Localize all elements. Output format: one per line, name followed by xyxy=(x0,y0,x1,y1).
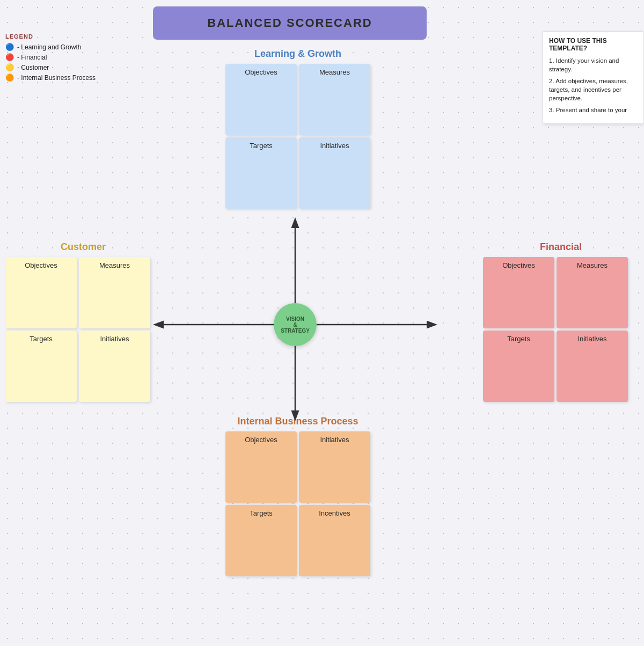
financial-objectives[interactable]: Objectives xyxy=(483,257,554,328)
legend-label-internal: - Internal Business Process xyxy=(17,74,96,82)
legend-label-customer: - Customer xyxy=(17,64,49,71)
section-internal: Internal Business Process Objectives Ini… xyxy=(225,416,370,576)
yellow-circle-icon: 🟡 xyxy=(5,63,14,71)
blue-circle-icon: 🔵 xyxy=(5,43,14,51)
legend-item-internal: 🟠 - Internal Business Process xyxy=(5,74,96,82)
customer-objectives-label: Objectives xyxy=(25,261,57,269)
vision-label: VISION&STRATEGY xyxy=(281,316,310,334)
learning-initiatives-label: Initiatives xyxy=(320,142,349,150)
financial-objectives-label: Objectives xyxy=(502,261,535,269)
legend-item-customer: 🟡 - Customer xyxy=(5,63,96,71)
internal-initiatives-label: Initiatives xyxy=(320,436,349,444)
customer-measures-label: Measures xyxy=(99,261,130,269)
learning-objectives[interactable]: Objectives xyxy=(225,64,297,135)
customer-objectives[interactable]: Objectives xyxy=(5,257,77,328)
legend-label-learning: - Learning and Growth xyxy=(17,43,81,51)
how-to-use-panel: HOW TO USE THIS TEMPLATE? 1. Identify yo… xyxy=(542,31,644,124)
financial-targets-label: Targets xyxy=(507,335,530,343)
customer-targets[interactable]: Targets xyxy=(5,331,77,402)
learning-targets[interactable]: Targets xyxy=(225,137,297,209)
red-circle-icon: 🔴 xyxy=(5,53,14,61)
section-customer: Customer Objectives Measures Targets Ini… xyxy=(5,241,161,402)
vision-circle: VISION&STRATEGY xyxy=(274,303,317,346)
customer-initiatives[interactable]: Initiatives xyxy=(79,331,150,402)
orange-circle-icon: 🟠 xyxy=(5,74,14,82)
how-to-use-step2: 2. Add objectives, measures, targets, an… xyxy=(549,77,637,102)
internal-targets-label: Targets xyxy=(250,509,273,517)
legend-item-financial: 🔴 - Financial xyxy=(5,53,96,61)
learning-initiatives[interactable]: Initiatives xyxy=(299,137,370,209)
financial-initiatives-label: Initiatives xyxy=(577,335,606,343)
internal-incentives[interactable]: Incentives xyxy=(299,505,370,576)
learning-measures[interactable]: Measures xyxy=(299,64,370,135)
financial-targets[interactable]: Targets xyxy=(483,331,554,402)
learning-title: Learning & Growth xyxy=(225,48,370,60)
financial-measures[interactable]: Measures xyxy=(557,257,628,328)
internal-incentives-label: Incentives xyxy=(319,509,350,517)
internal-grid: Objectives Initiatives Targets Incentive… xyxy=(225,431,370,576)
how-to-use-step3: 3. Present and share to your xyxy=(549,106,637,114)
financial-initiatives[interactable]: Initiatives xyxy=(557,331,628,402)
learning-targets-label: Targets xyxy=(250,142,273,150)
how-to-use-step1: 1. Identify your vision and strategy. xyxy=(549,56,637,74)
customer-measures[interactable]: Measures xyxy=(79,257,150,328)
internal-initiatives[interactable]: Initiatives xyxy=(299,431,370,503)
customer-title: Customer xyxy=(5,241,161,253)
page-title: BALANCED SCORECARD xyxy=(158,16,421,30)
how-to-use-title: HOW TO USE THIS TEMPLATE? xyxy=(549,37,637,52)
financial-title: Financial xyxy=(483,241,639,253)
legend: LEGEND 🔵 - Learning and Growth 🔴 - Finan… xyxy=(5,33,96,84)
internal-targets[interactable]: Targets xyxy=(225,505,297,576)
internal-objectives-label: Objectives xyxy=(245,436,277,444)
header-title-box: BALANCED SCORECARD xyxy=(153,6,427,40)
legend-title: LEGEND xyxy=(5,33,96,40)
legend-label-financial: - Financial xyxy=(17,54,47,61)
customer-targets-label: Targets xyxy=(30,335,53,343)
learning-grid: Objectives Measures Targets Initiatives xyxy=(225,64,370,209)
section-financial: Financial Objectives Measures Targets In… xyxy=(483,241,639,402)
legend-item-learning: 🔵 - Learning and Growth xyxy=(5,43,96,51)
financial-measures-label: Measures xyxy=(577,261,608,269)
learning-objectives-label: Objectives xyxy=(245,68,277,76)
section-learning: Learning & Growth Objectives Measures Ta… xyxy=(225,48,370,209)
learning-measures-label: Measures xyxy=(319,68,350,76)
customer-grid: Objectives Measures Targets Initiatives xyxy=(5,257,150,402)
internal-title: Internal Business Process xyxy=(225,416,370,427)
internal-objectives[interactable]: Objectives xyxy=(225,431,297,503)
financial-grid: Objectives Measures Targets Initiatives xyxy=(483,257,628,402)
customer-initiatives-label: Initiatives xyxy=(100,335,129,343)
